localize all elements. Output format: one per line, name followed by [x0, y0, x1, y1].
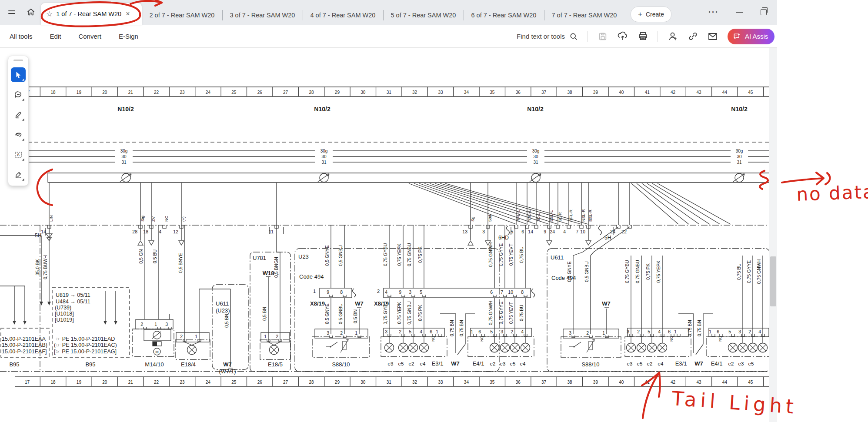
component-pin-number: 5	[420, 289, 422, 295]
wire-color-label: 0,75 GNWH	[488, 301, 493, 326]
pump-symbol	[152, 332, 161, 339]
diagram-label: e5	[398, 361, 404, 366]
tab-label: 7 of 7 - Rear SAM W207...	[552, 12, 617, 19]
tab-7[interactable]: 7 of 7 - Rear SAM W207...	[544, 6, 624, 25]
home-icon[interactable]	[25, 7, 37, 18]
component-pin-number: 1	[264, 334, 267, 339]
component-pin-socket	[524, 295, 527, 297]
minimize-button[interactable]	[736, 12, 743, 13]
tool-select[interactable]	[11, 67, 26, 82]
maximize-button[interactable]	[761, 9, 767, 15]
tool-draw[interactable]	[11, 127, 26, 142]
tool-comment[interactable]	[11, 87, 26, 102]
wire-color-label: 0,75 GNWH	[756, 259, 761, 284]
ruler-number: 36	[516, 90, 521, 95]
tab-label: 6 of 7 - Rear SAM W20...	[471, 12, 537, 19]
diagram-label: W18	[263, 270, 274, 276]
diagram-label: U819 → 05/11	[56, 292, 90, 298]
diagram-label: e2	[647, 361, 653, 366]
tool-fill-sign[interactable]	[11, 167, 26, 182]
module-label-n10-2: N10/2	[314, 106, 331, 113]
menu-all-tools[interactable]: All tools	[10, 33, 33, 40]
tab-6[interactable]: 6 of 7 - Rear SAM W20...	[464, 6, 544, 25]
acrobat-window: ☆1 of 7 - Rear SAM W207.3...×2 of 7 - Re…	[0, 0, 777, 422]
diagram-label: X8/19	[374, 300, 389, 307]
link-icon[interactable]	[688, 31, 698, 42]
ruler-number: 33	[438, 380, 443, 385]
scrollbar-thumb[interactable]	[770, 256, 776, 306]
squiggle-icon	[14, 130, 23, 139]
component-pin-number: 1	[709, 329, 711, 334]
ruler-number: 28	[309, 380, 314, 385]
print-icon[interactable]	[638, 31, 648, 42]
tab-4[interactable]: 4 of 7 - Rear SAM W20...	[303, 6, 383, 25]
wire-color-label: 0,75 BN	[449, 320, 454, 336]
menu-edit[interactable]: Edit	[50, 33, 61, 40]
diagram-label: W7	[602, 300, 611, 307]
wire-break-squiggle	[507, 226, 510, 235]
ruler-number: 36	[516, 380, 521, 385]
more-options-button[interactable]: ···	[708, 8, 719, 17]
find-tools-button[interactable]: Find text or tools	[517, 32, 578, 41]
star-icon[interactable]: ☆	[46, 10, 53, 19]
menu-e-sign[interactable]: E-Sign	[119, 33, 138, 40]
diagram-label: e5	[637, 361, 643, 366]
wire-diagonal	[591, 252, 594, 256]
wire-color-label: 0,5 BNYE	[178, 253, 183, 273]
component-pin-socket	[493, 295, 496, 297]
wire-diagonal	[573, 252, 583, 256]
component-box	[175, 340, 210, 359]
component-pin-number: 4	[521, 329, 524, 334]
ai-assistant-button[interactable]: AI Assis	[728, 29, 775, 44]
pin-number: 4	[159, 229, 161, 234]
pin-signal-label: NSL-R	[581, 209, 586, 222]
ruler-number: 22	[154, 380, 159, 385]
tab-5[interactable]: 5 of 7 - Rear SAM W207...	[383, 6, 464, 25]
menu-hamburger-icon[interactable]	[6, 7, 17, 18]
ground-symbol	[179, 241, 184, 245]
close-icon[interactable]: ×	[126, 10, 130, 18]
tool-text-box[interactable]: A	[11, 147, 26, 162]
email-icon[interactable]	[708, 31, 718, 42]
ruler-number: 32	[412, 90, 417, 95]
component-pin-socket	[712, 334, 715, 336]
component-pin-number: 3	[627, 329, 629, 334]
tab-2[interactable]: 2 of 7 - Rear SAM W207...	[142, 6, 222, 25]
pdf-page-canvas[interactable]: 1718192021222324252627282930313233343536…	[0, 48, 777, 422]
comment-bubble-icon	[14, 90, 23, 99]
save-icon[interactable]	[598, 31, 608, 42]
component-pin-number: 6	[490, 289, 493, 295]
search-icon	[569, 32, 578, 41]
tab-3[interactable]: 3 of 7 - Rear SAM W207...	[222, 6, 303, 25]
wire-color-label: 0,5 BNGN	[274, 257, 279, 278]
menu-convert[interactable]: Convert	[78, 33, 101, 40]
wire-color-label: 0,75 BN	[697, 320, 702, 336]
diagram-label: X8/19	[310, 300, 325, 307]
add-person-icon[interactable]	[668, 31, 678, 42]
component-pin-number: 2	[511, 329, 513, 334]
diagram-label: e3	[500, 361, 506, 366]
ruler-number: 37	[541, 90, 547, 95]
diagram-label: W7	[355, 300, 364, 307]
palette-drag-handle[interactable]	[13, 60, 23, 61]
component-pin-number: 9	[327, 289, 329, 295]
share-upload-icon[interactable]	[618, 31, 628, 42]
tab-1[interactable]: ☆1 of 7 - Rear SAM W207.3...×	[41, 3, 142, 25]
ruler-number: 20	[102, 90, 107, 95]
bus-label: 30	[321, 154, 327, 159]
wire-color-label: 0,75 BU	[519, 246, 524, 263]
bus-label: 30g	[120, 149, 128, 153]
ruler-number: 19	[77, 380, 82, 385]
indicator-symbol	[153, 342, 157, 346]
tool-highlight[interactable]	[11, 107, 26, 122]
create-button[interactable]: + Create	[631, 7, 671, 22]
ruler-number: 38	[567, 380, 572, 385]
vertical-scrollbar[interactable]	[769, 48, 777, 422]
wire-color-label: 0,75 YEPK	[397, 243, 402, 266]
component-pin-socket	[504, 295, 507, 297]
diagram-label: 15.00-P-2101EAA	[2, 336, 46, 342]
component-pin-socket	[433, 334, 436, 336]
component-pin-number: 1	[355, 330, 357, 336]
arrowhead	[114, 321, 117, 325]
component-box	[260, 340, 290, 359]
